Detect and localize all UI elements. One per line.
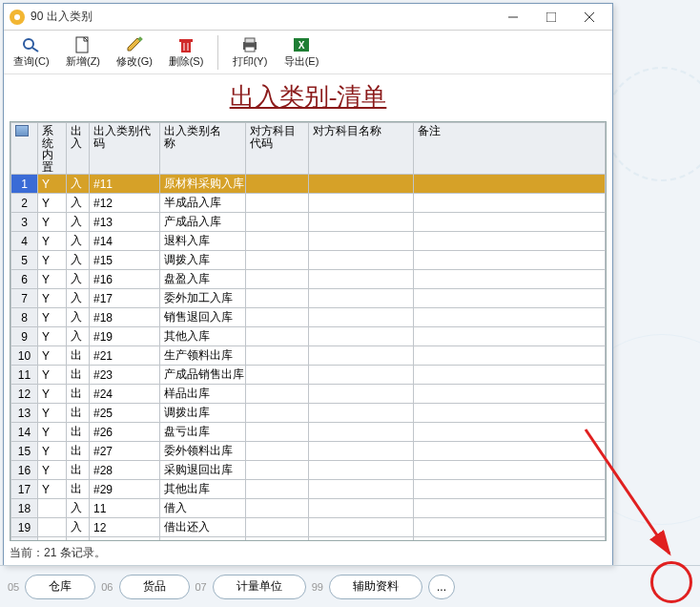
- cell[interactable]: [414, 232, 606, 251]
- cell[interactable]: [309, 175, 414, 194]
- cell[interactable]: 其他入库: [160, 327, 246, 346]
- new-button[interactable]: 新增(Z): [61, 35, 105, 69]
- cell[interactable]: 出: [67, 385, 90, 404]
- row-number[interactable]: 20: [11, 537, 38, 541]
- cell[interactable]: Y: [38, 327, 67, 346]
- cell[interactable]: #16: [90, 270, 160, 289]
- cell[interactable]: 委外领料出库: [160, 442, 246, 461]
- cell[interactable]: Y: [38, 194, 67, 213]
- cell[interactable]: [414, 213, 606, 232]
- table-row[interactable]: 17Y出#29其他出库: [11, 480, 606, 499]
- cell[interactable]: [414, 270, 606, 289]
- cell[interactable]: #28: [90, 461, 160, 480]
- row-number[interactable]: 9: [11, 327, 38, 346]
- cell[interactable]: [309, 423, 414, 442]
- cell[interactable]: 出: [67, 480, 90, 499]
- cell[interactable]: #11: [90, 175, 160, 194]
- cell[interactable]: [414, 327, 606, 346]
- cell[interactable]: [309, 270, 414, 289]
- cell[interactable]: Y: [38, 346, 67, 366]
- cell[interactable]: [309, 366, 414, 385]
- cell[interactable]: #12: [90, 194, 160, 213]
- col-acct-name[interactable]: 对方科目名称: [309, 123, 414, 175]
- cell[interactable]: 入: [67, 518, 90, 537]
- table-row[interactable]: 2Y入#12半成品入库: [11, 194, 606, 213]
- cell[interactable]: #13: [90, 213, 160, 232]
- cell[interactable]: [309, 404, 414, 423]
- cell[interactable]: [414, 251, 606, 270]
- cell[interactable]: #15: [90, 251, 160, 270]
- row-number[interactable]: 6: [11, 270, 38, 289]
- row-number[interactable]: 3: [11, 213, 38, 232]
- cell[interactable]: [38, 537, 67, 541]
- cell[interactable]: #14: [90, 232, 160, 251]
- cell[interactable]: Y: [38, 385, 67, 404]
- cell[interactable]: 出: [67, 404, 90, 423]
- cell[interactable]: Y: [38, 232, 67, 251]
- cell[interactable]: [309, 518, 414, 537]
- cell[interactable]: 样品出库: [160, 385, 246, 404]
- cell[interactable]: 销售退回入库: [160, 308, 246, 327]
- cell[interactable]: [246, 404, 309, 423]
- cell[interactable]: [414, 366, 606, 385]
- cell[interactable]: [246, 385, 309, 404]
- cell[interactable]: [414, 289, 606, 308]
- close-button[interactable]: [570, 5, 608, 30]
- cell[interactable]: [246, 346, 309, 366]
- cell[interactable]: [246, 251, 309, 270]
- row-number[interactable]: 2: [11, 194, 38, 213]
- cell[interactable]: #19: [90, 327, 160, 346]
- table-row[interactable]: 9Y入#19其他入库: [11, 327, 606, 346]
- cell[interactable]: 产成品入库: [160, 213, 246, 232]
- table-row[interactable]: 6Y入#16盘盈入库: [11, 270, 606, 289]
- goods-button[interactable]: 货品: [119, 575, 190, 599]
- table-row[interactable]: 8Y入#18销售退回入库: [11, 308, 606, 327]
- cell[interactable]: Y: [38, 480, 67, 499]
- table-row[interactable]: 15Y出#27委外领料出库: [11, 442, 606, 461]
- cell[interactable]: 其他出库: [160, 480, 246, 499]
- cell[interactable]: 盘亏出库: [160, 423, 246, 442]
- table-row[interactable]: 1Y入#11原材料采购入库: [11, 175, 606, 194]
- cell[interactable]: [414, 442, 606, 461]
- query-button[interactable]: 查询(C): [10, 35, 53, 69]
- table-row[interactable]: 20出21借入还出: [11, 537, 606, 541]
- row-number[interactable]: 17: [11, 480, 38, 499]
- table-row[interactable]: 12Y出#24样品出库: [11, 385, 606, 404]
- col-code[interactable]: 出入类别代 码: [90, 123, 160, 175]
- cell[interactable]: [246, 289, 309, 308]
- col-sys[interactable]: 系统 内置: [38, 123, 67, 175]
- cell[interactable]: Y: [38, 175, 67, 194]
- cell[interactable]: [309, 537, 414, 541]
- cell[interactable]: Y: [38, 423, 67, 442]
- cell[interactable]: Y: [38, 461, 67, 480]
- cell[interactable]: [414, 308, 606, 327]
- cell[interactable]: 入: [67, 289, 90, 308]
- cell[interactable]: 生产领料出库: [160, 346, 246, 366]
- cell[interactable]: 半成品入库: [160, 194, 246, 213]
- cell[interactable]: [309, 213, 414, 232]
- table-row[interactable]: 10Y出#21生产领料出库: [11, 346, 606, 366]
- cell[interactable]: Y: [38, 213, 67, 232]
- delete-button[interactable]: 删除(S): [164, 35, 208, 69]
- cell[interactable]: [414, 480, 606, 499]
- table-row[interactable]: 7Y入#17委外加工入库: [11, 289, 606, 308]
- cell[interactable]: [246, 423, 309, 442]
- minimize-button[interactable]: [494, 5, 532, 30]
- table-row[interactable]: 14Y出#26盘亏出库: [11, 423, 606, 442]
- row-number[interactable]: 19: [11, 518, 38, 537]
- row-number[interactable]: 12: [11, 385, 38, 404]
- row-number[interactable]: 18: [11, 499, 38, 518]
- cell[interactable]: 调拨入库: [160, 251, 246, 270]
- cell[interactable]: #25: [90, 404, 160, 423]
- cell[interactable]: [309, 480, 414, 499]
- warehouse-button[interactable]: 仓库: [25, 575, 95, 599]
- cell[interactable]: 11: [90, 499, 160, 518]
- cell[interactable]: [414, 346, 606, 366]
- cell[interactable]: [246, 213, 309, 232]
- cell[interactable]: [246, 442, 309, 461]
- cell[interactable]: [414, 537, 606, 541]
- cell[interactable]: 盘盈入库: [160, 270, 246, 289]
- row-number[interactable]: 11: [11, 366, 38, 385]
- cell[interactable]: [246, 327, 309, 346]
- row-number[interactable]: 7: [11, 289, 38, 308]
